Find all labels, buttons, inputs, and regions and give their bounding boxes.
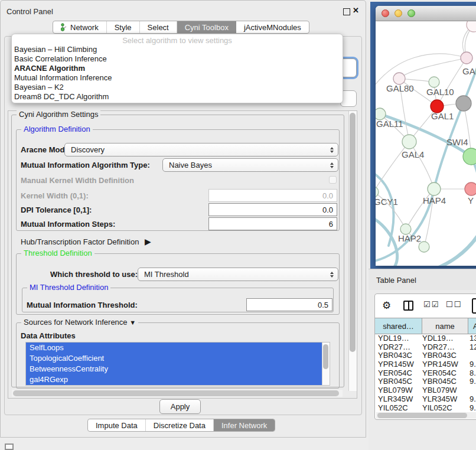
list-item[interactable]: TopologicalCoefficient xyxy=(26,353,330,364)
tab-discretize-data-label: Discretize Data xyxy=(154,421,206,430)
dpi-tolerance-label: DPI Tolerance [0,1]: xyxy=(21,206,92,214)
vertical-scrollbar-thumb[interactable] xyxy=(350,113,356,352)
mi-threshold-group-title: MI Threshold Definition xyxy=(27,283,110,292)
chevron-right-icon: ▶ xyxy=(145,237,151,246)
list-scrollbar-thumb[interactable] xyxy=(323,344,328,369)
threshold-definition-title: Threshold Definition xyxy=(21,249,94,257)
network-node[interactable] xyxy=(429,77,439,87)
table-row[interactable]: YBR045CYBR045C9. xyxy=(375,377,476,386)
combo-spinner-icon xyxy=(330,272,334,278)
dpi-tolerance-value: 0.0 xyxy=(322,206,333,214)
table-horizontal-scrollbar[interactable] xyxy=(376,412,476,419)
dropdown-item[interactable]: Bayesian – Hill Climbing xyxy=(12,45,343,54)
which-threshold-combo[interactable]: MI Threshold xyxy=(138,268,338,281)
combo-spinner-icon xyxy=(330,162,334,168)
dropdown-item-selected[interactable]: ARACNE Algorithm xyxy=(12,64,343,73)
network-node[interactable] xyxy=(465,182,476,195)
float-window-icon[interactable] xyxy=(343,8,350,15)
mi-steps-value: 6 xyxy=(329,220,333,229)
list-item[interactable]: gal4RGexp xyxy=(26,374,330,385)
table-horizontal-scrollbar-thumb[interactable] xyxy=(377,413,467,418)
network-node[interactable] xyxy=(402,135,416,149)
gear-icon[interactable]: ⚙ xyxy=(382,299,391,312)
tab-impute-data[interactable]: Impute Data xyxy=(88,419,146,431)
dropdown-item[interactable]: Bayesian – K2 xyxy=(12,83,343,92)
vertical-scrollbar[interactable] xyxy=(348,111,357,391)
hub-definition-toggle[interactable]: Hub/Transcription Factor Definition ▶ xyxy=(21,237,151,246)
table-row[interactable]: YIL052CYIL052C9. xyxy=(375,404,476,412)
manual-kernel-checkbox[interactable] xyxy=(329,176,337,184)
close-traffic-light[interactable] xyxy=(382,9,389,17)
data-attributes-list[interactable]: SelfLoops TopologicalCoefficient Between… xyxy=(25,342,330,386)
tab-network[interactable]: Network xyxy=(53,21,107,33)
column-header-shared-name[interactable]: shared… xyxy=(375,318,422,334)
control-panel-window: Control Panel ✕ Network Style xyxy=(0,0,366,438)
deselect-all-checks-icon[interactable]: ☐☐ xyxy=(446,300,462,309)
network-node[interactable] xyxy=(376,187,379,197)
which-threshold-value: MI Threshold xyxy=(144,270,189,279)
network-view-window: GAL GAL80 GAL10 GAL1 GAL11 SWI4 GAL4 GCY… xyxy=(376,6,476,266)
zoom-traffic-light[interactable] xyxy=(407,9,415,17)
tab-discretize-data[interactable]: Discretize Data xyxy=(146,419,214,431)
network-window-titlebar[interactable] xyxy=(376,6,476,21)
tab-jactivemnodules[interactable]: jActiveMNodules xyxy=(236,21,309,33)
horizontal-scrollbar-thumb[interactable] xyxy=(13,390,339,396)
mi-threshold-field[interactable]: 0.5 xyxy=(246,298,332,311)
network-canvas[interactable]: GAL GAL80 GAL10 GAL1 GAL11 SWI4 GAL4 GCY… xyxy=(376,21,476,266)
node-label: HAP2 xyxy=(398,233,421,243)
table-row[interactable]: YBR043CYBR043C xyxy=(375,351,476,360)
mi-steps-field[interactable]: 6 xyxy=(208,217,337,230)
table-row[interactable]: YDL19…YDL19…13 xyxy=(375,334,476,343)
aracne-mode-combo[interactable]: Discovery xyxy=(64,143,338,156)
table-row[interactable]: YDR27…YDR27…12 xyxy=(375,343,476,352)
dpi-tolerance-field[interactable]: 0.0 xyxy=(208,203,337,216)
network-node[interactable] xyxy=(428,182,441,195)
list-item[interactable]: BetweennessCentrality xyxy=(26,364,330,374)
table-row[interactable]: YPR145WYPR145W9. xyxy=(375,360,476,369)
select-all-checks-icon[interactable]: ☑☑ xyxy=(423,300,439,309)
sources-group-title[interactable]: Sources for Network Inference ▼ xyxy=(21,318,138,327)
cyni-algorithm-settings-title: Cyni Algorithm Settings xyxy=(17,110,100,119)
minimized-panel-icon[interactable] xyxy=(5,444,14,450)
tab-impute-data-label: Impute Data xyxy=(96,421,138,430)
close-icon[interactable]: ✕ xyxy=(353,6,359,15)
network-node[interactable] xyxy=(461,52,472,64)
tab-select[interactable]: Select xyxy=(140,21,177,33)
sources-title-label: Sources for Network Inference xyxy=(24,318,128,327)
tab-infer-network[interactable]: Infer Network xyxy=(214,419,275,431)
table-row[interactable]: YER054CYER054C8. xyxy=(375,369,476,378)
kernel-width-field[interactable]: 0.0 xyxy=(208,189,337,202)
tab-cyni-toolbox[interactable]: Cyni Toolbox xyxy=(177,21,236,33)
tab-style[interactable]: Style xyxy=(107,21,140,33)
tab-infer-network-label: Infer Network xyxy=(221,421,267,430)
apply-button[interactable]: Apply xyxy=(159,399,201,414)
manual-kernel-label: Manual Kernel Width Definition xyxy=(21,176,134,185)
dropdown-item[interactable]: Dream8 DC_TDC Algorithm xyxy=(12,92,343,102)
which-threshold-label: Which threshold to use: xyxy=(50,270,138,279)
node-label: GAL1 xyxy=(431,111,454,121)
table-row[interactable]: YLR345WYLR345W9. xyxy=(375,395,476,404)
network-node[interactable] xyxy=(393,73,405,84)
list-item[interactable]: SelfLoops xyxy=(26,343,330,353)
tab-cyni-toolbox-label: Cyni Toolbox xyxy=(185,23,229,32)
dropdown-item[interactable]: Mutual Information Inference xyxy=(12,73,343,83)
network-node[interactable] xyxy=(463,148,476,165)
list-scrollbar[interactable] xyxy=(322,343,330,386)
tab-style-label: Style xyxy=(115,23,132,32)
hub-definition-label: Hub/Transcription Factor Definition xyxy=(21,237,139,246)
bottom-tabbar: Impute Data Discretize Data Infer Networ… xyxy=(87,419,275,432)
network-node[interactable] xyxy=(456,96,471,111)
network-node[interactable] xyxy=(376,108,386,120)
column-header-name[interactable]: name xyxy=(422,318,468,334)
horizontal-scrollbar[interactable] xyxy=(12,390,343,397)
minimize-traffic-light[interactable] xyxy=(395,9,402,17)
kernel-width-label: Kernel Width (0,1): xyxy=(21,191,89,200)
table-row[interactable]: YBL079WYBL079W xyxy=(375,386,476,395)
mi-type-label: Mutual Information Algorithm Type: xyxy=(21,161,150,169)
new-table-icon[interactable] xyxy=(472,298,476,314)
mi-type-combo[interactable]: Naive Bayes xyxy=(162,158,338,172)
dropdown-item[interactable]: Basic Correlation Inference xyxy=(12,54,343,64)
column-header-partial[interactable]: A xyxy=(468,318,476,334)
tab-select-label: Select xyxy=(148,23,169,32)
columns-icon[interactable] xyxy=(403,301,413,311)
